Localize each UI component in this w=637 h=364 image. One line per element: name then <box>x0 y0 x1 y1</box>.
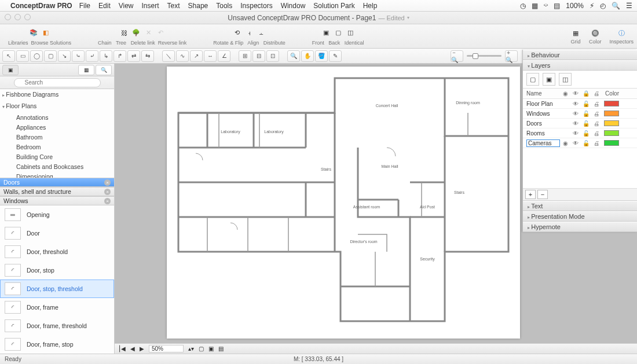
close-icon[interactable]: × <box>104 179 111 186</box>
lib-windows[interactable]: Windows× <box>0 196 114 205</box>
connector-tool-4[interactable]: ↳ <box>100 50 112 62</box>
shape-door-stop-threshold[interactable]: ◜Door, stop, threshold <box>0 280 114 298</box>
page-nav-prev[interactable]: ◀ <box>130 345 135 352</box>
shape-door-frame[interactable]: ◜Door, frame <box>0 298 114 317</box>
layer-color-swatch[interactable] <box>602 120 619 126</box>
zoom-stepper[interactable]: ▴▾ <box>188 345 194 352</box>
layer-row[interactable]: Windows👁🔓🖨 <box>523 109 637 119</box>
group-tool-3[interactable]: ⊡ <box>266 50 279 62</box>
group-tool-2[interactable]: ⊟ <box>252 50 265 62</box>
layer-color-swatch[interactable] <box>602 101 619 106</box>
connector-tool-6[interactable]: ⇄ <box>127 50 140 62</box>
layer-visibility-toggle[interactable]: 👁 <box>570 130 581 137</box>
door-shapes-list[interactable]: ═Opening ◜Door ◜Door, threshold ◜Door, s… <box>0 205 114 354</box>
category-floor-plans[interactable]: Floor Plans <box>0 101 114 112</box>
category-fishbone[interactable]: Fishbone Diagrams <box>0 89 114 101</box>
layer-visibility-toggle[interactable]: 👁 <box>570 111 581 117</box>
layer-name[interactable]: Cameras <box>526 139 560 147</box>
title-chevron-icon[interactable]: ▾ <box>407 15 409 20</box>
menu-icon[interactable]: ☰ <box>626 2 632 10</box>
menu-inspectors[interactable]: Inspectors <box>240 2 272 10</box>
layer-tab-3[interactable]: ◫ <box>559 73 572 86</box>
page-nav-next[interactable]: ▶ <box>140 345 144 352</box>
layer-tab-2[interactable]: ▣ <box>543 73 555 86</box>
layer-lock-toggle[interactable]: 🔓 <box>581 130 591 137</box>
sub-bedroom[interactable]: Bedroom <box>0 142 114 152</box>
layer-row[interactable]: Rooms👁🔓🖨 <box>523 128 637 138</box>
menu-text[interactable]: Text <box>167 2 180 10</box>
connector-tool-2[interactable]: ⤷ <box>72 50 85 62</box>
view-mode-3[interactable]: ▤ <box>218 345 224 352</box>
view-mode-2[interactable]: ▣ <box>208 345 214 352</box>
grid-icon[interactable]: ▦ <box>532 2 538 10</box>
arrow-tool[interactable]: ↗ <box>190 50 203 62</box>
layer-color-swatch[interactable] <box>602 111 619 116</box>
layer-row[interactable]: Floor Plan👁🔓🖨 <box>523 99 637 109</box>
menu-insert[interactable]: Insert <box>142 2 159 10</box>
layer-print-toggle[interactable]: 🖨 <box>591 120 602 127</box>
section-presentation[interactable]: Presentation Mode <box>523 211 637 222</box>
menu-view[interactable]: View <box>119 2 134 10</box>
sub-annotations[interactable]: Annotations <box>0 112 114 122</box>
menu-help[interactable]: Help <box>363 2 378 10</box>
shape-opening[interactable]: ═Opening <box>0 205 114 224</box>
toolbar-grid[interactable]: ▦Grid <box>570 28 581 45</box>
close-button[interactable] <box>5 14 11 20</box>
connector-tool-5[interactable]: ↱ <box>114 50 126 62</box>
group-tool-1[interactable]: ⊞ <box>239 50 251 62</box>
shape-tool[interactable]: ▢ <box>44 50 57 62</box>
sub-cabinets[interactable]: Cabinets and Bookcases <box>0 161 114 171</box>
toolbar-chain-tree[interactable]: ⛓🌳✕↶ Chain Tree Delete link Reverse link <box>98 27 186 46</box>
sub-building-core[interactable]: Building Core <box>0 152 114 161</box>
sub-appliances[interactable]: Appliances <box>0 122 114 132</box>
add-layer-button[interactable]: + <box>525 190 536 199</box>
layer-color-swatch[interactable] <box>602 130 619 136</box>
shape-door[interactable]: ◜Door <box>0 224 114 242</box>
shape-door-threshold[interactable]: ◜Door, threshold <box>0 242 114 261</box>
pointer-tool[interactable]: ↖ <box>2 50 15 62</box>
curve-tool[interactable]: ∿ <box>176 50 189 62</box>
sidebar-tab-1[interactable]: ▣ <box>2 65 19 75</box>
flag-icon[interactable]: ▤ <box>554 2 560 10</box>
menu-edit[interactable]: Edit <box>98 2 111 10</box>
wifi-icon[interactable]: ⌔ <box>544 2 548 10</box>
search-input[interactable] <box>14 78 101 87</box>
menu-solution-park[interactable]: Solution Park <box>313 2 354 10</box>
close-icon[interactable]: × <box>104 198 111 204</box>
sub-bathroom[interactable]: Bathroom <box>0 132 114 142</box>
zoom-in-button[interactable]: ＋🔍 <box>505 50 518 62</box>
lib-doors[interactable]: Doors× <box>0 178 114 187</box>
rect-tool[interactable]: ▭ <box>16 50 29 62</box>
section-hypernote[interactable]: Hypernote <box>523 222 637 232</box>
toolbar-order[interactable]: ▣▢◫ Front Back Identical <box>312 27 364 46</box>
time-icon[interactable]: ◴ <box>600 2 606 10</box>
zoom-slider[interactable] <box>467 55 501 57</box>
minimize-button[interactable] <box>14 14 21 20</box>
menu-shape[interactable]: Shape <box>188 2 208 10</box>
zoom-button[interactable] <box>24 14 31 20</box>
drawing-page[interactable]: Concert Hall Dinning room Laboratory Lab… <box>167 67 520 339</box>
app-name[interactable]: ConceptDraw PRO <box>10 2 72 10</box>
line-tool[interactable]: ＼ <box>162 50 175 62</box>
pan-tool[interactable]: ✋ <box>301 50 314 62</box>
menu-file[interactable]: File <box>79 2 90 10</box>
toolbar-arrange[interactable]: ⟲⫞⫠ Rotate & Flip Align Distribute <box>213 27 285 46</box>
shape-door-stop[interactable]: ◜Door, stop <box>0 261 114 280</box>
layer-row[interactable]: Doors👁🔓🖨 <box>523 119 637 128</box>
layer-color-swatch[interactable] <box>602 140 619 146</box>
layer-print-toggle[interactable]: 🖨 <box>591 111 602 117</box>
layer-visibility-toggle[interactable]: 👁 <box>570 140 581 146</box>
lib-walls[interactable]: Walls, shell and structure× <box>0 187 114 196</box>
page-nav-first[interactable]: ⎮◀ <box>118 345 126 352</box>
layer-lock-toggle[interactable]: 🔓 <box>581 111 591 117</box>
menu-tools[interactable]: Tools <box>216 2 232 10</box>
remove-layer-button[interactable]: − <box>537 190 548 199</box>
zoom-field[interactable]: 50% <box>149 345 184 352</box>
library-tree[interactable]: Fishbone Diagrams Floor Plans Annotation… <box>0 89 114 178</box>
layer-visibility-toggle[interactable]: 👁 <box>570 120 581 127</box>
spotlight-icon[interactable]: 🔍 <box>612 2 620 10</box>
battery-icon[interactable]: ⚡︎ <box>590 2 594 10</box>
layer-tab-1[interactable]: ▢ <box>526 73 539 86</box>
zoom-out-button[interactable]: －🔍 <box>451 50 463 62</box>
sidebar-tab-search[interactable]: 🔍 <box>96 65 112 75</box>
